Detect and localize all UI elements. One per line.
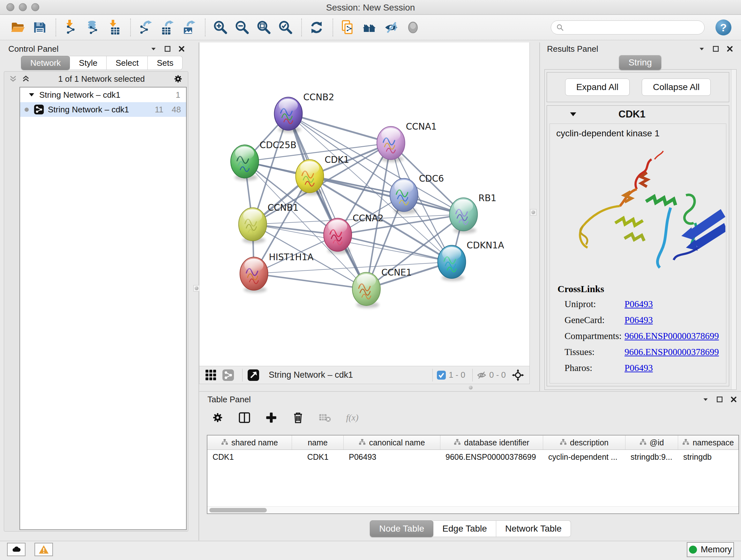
column-header-canonical-name[interactable]: canonical name xyxy=(344,435,441,449)
tab-network[interactable]: Network xyxy=(21,56,70,70)
tab-network-table[interactable]: Network Table xyxy=(496,520,571,537)
results-scrollbar[interactable] xyxy=(731,70,736,389)
table-row[interactable]: CDK1CDK1P064939606.ENSP00000378699cyclin… xyxy=(207,450,738,464)
close-panel-icon[interactable] xyxy=(178,45,186,53)
import-table-icon[interactable] xyxy=(106,19,123,36)
column-label: description xyxy=(570,438,609,447)
warning-icon[interactable] xyxy=(35,543,53,556)
network-tree-row[interactable]: String Network – cdk1 1 xyxy=(20,87,186,102)
hide-glyphs-icon[interactable] xyxy=(383,19,400,36)
column-header-database-identifier[interactable]: database identifier xyxy=(441,435,543,449)
column-header-name[interactable]: name xyxy=(292,435,344,449)
column-label: namespace xyxy=(692,438,734,447)
network-node-CCNB1[interactable]: CCNB1 xyxy=(239,202,299,243)
split-columns-icon[interactable] xyxy=(236,409,253,426)
crosslink-link[interactable]: P06493 xyxy=(624,315,653,325)
panel-menu-icon[interactable] xyxy=(701,395,710,403)
network-node-CCNB2[interactable]: CCNB2 xyxy=(274,92,334,133)
tree-expander-icon[interactable] xyxy=(28,91,35,98)
table-toolbar: f(x) xyxy=(200,405,741,427)
zoom-fit-icon[interactable] xyxy=(255,19,272,36)
panel-menu-icon[interactable] xyxy=(697,45,706,53)
close-panel-icon[interactable] xyxy=(726,45,734,53)
table-horizontal-scrollbar[interactable] xyxy=(207,506,738,513)
close-panel-icon[interactable] xyxy=(730,395,738,403)
horizontal-splitter-handle[interactable] xyxy=(468,384,474,391)
clone-network-icon[interactable] xyxy=(340,19,356,36)
zoom-in-icon[interactable] xyxy=(212,19,228,36)
crosslink-link[interactable]: 9606.ENSP00000378699 xyxy=(624,331,719,341)
import-network-icon[interactable] xyxy=(63,19,79,36)
column-header-description[interactable]: description xyxy=(543,435,625,449)
gene-entry-header[interactable]: CDK1 xyxy=(547,106,729,123)
network-canvas[interactable]: CCNB2 CCNA1 CDC25B xyxy=(199,43,530,366)
panel-menu-icon[interactable] xyxy=(149,45,158,53)
show-glyphs-icon[interactable] xyxy=(405,19,421,36)
tab-sets[interactable]: Sets xyxy=(148,56,183,70)
column-header-namespace[interactable]: namespace xyxy=(678,435,738,449)
crosslink-link[interactable]: 9606.ENSP00000378699 xyxy=(624,347,719,357)
crosslink-link[interactable]: P06493 xyxy=(624,363,653,373)
expand-all-button[interactable]: Expand All xyxy=(565,78,630,96)
table-panel: Table Panel f(x) shared namenamecanonica… xyxy=(200,392,741,541)
tab-edge-table[interactable]: Edge Table xyxy=(433,520,496,537)
export-network-icon[interactable] xyxy=(137,19,154,36)
column-header-shared-name[interactable]: shared name xyxy=(207,435,292,449)
selected-checkbox-icon[interactable] xyxy=(436,370,446,380)
export-image-icon[interactable] xyxy=(181,19,197,36)
network-node-CDC25B[interactable]: CDC25B xyxy=(231,140,296,181)
zoom-selected-icon[interactable] xyxy=(277,19,293,36)
collapse-all-icon[interactable] xyxy=(9,74,17,83)
tab-string[interactable]: String xyxy=(619,55,661,70)
expand-all-icon[interactable] xyxy=(21,74,30,83)
tab-style[interactable]: Style xyxy=(70,56,107,70)
table-cell: 9606.ENSP00000378699 xyxy=(441,450,543,464)
trash-icon[interactable] xyxy=(290,409,307,426)
memory-button[interactable]: Memory xyxy=(687,542,734,557)
save-icon[interactable] xyxy=(31,19,48,36)
control-panel-title: Control Panel xyxy=(8,44,59,54)
network-node-CCNE1[interactable]: CCNE1 xyxy=(352,267,412,308)
crosslink-link[interactable]: P06493 xyxy=(624,299,653,309)
toolbar-separator xyxy=(130,18,131,37)
network-node-CCNA1[interactable]: CCNA1 xyxy=(377,121,437,162)
horizontal-splitter[interactable] xyxy=(199,391,741,392)
open-icon[interactable] xyxy=(10,19,26,36)
table-scrollbar-thumb[interactable] xyxy=(209,508,267,512)
network-tree-row[interactable]: String Network – cdk1 11 48 xyxy=(20,102,186,117)
title-bar: Session: New Session xyxy=(0,0,741,15)
column-type-icon xyxy=(560,438,567,447)
home-icon[interactable] xyxy=(361,19,378,36)
table-cell: stringdb:9... xyxy=(625,450,678,464)
cloud-icon[interactable] xyxy=(7,543,25,556)
gene-description: cyclin-dependent kinase 1 xyxy=(550,124,726,138)
left-splitter-handle[interactable] xyxy=(193,285,200,292)
network-node-RB1[interactable]: RB1 xyxy=(449,193,496,234)
network-node-CCNA2[interactable]: CCNA2 xyxy=(324,213,384,254)
float-panel-icon[interactable] xyxy=(163,45,172,53)
add-column-icon[interactable] xyxy=(263,409,280,426)
collapse-all-button[interactable]: Collapse All xyxy=(642,78,711,96)
right-splitter-handle[interactable] xyxy=(530,209,536,215)
gear-icon[interactable] xyxy=(209,409,226,426)
export-table-icon[interactable] xyxy=(159,19,176,36)
gear-icon[interactable] xyxy=(173,73,184,84)
column-header--id[interactable]: @id xyxy=(625,435,678,449)
string-network-badge-icon[interactable] xyxy=(221,368,235,382)
grid-view-icon[interactable] xyxy=(204,368,218,382)
right-splitter[interactable] xyxy=(539,43,540,391)
network-node-CDKN1A[interactable]: CDKN1A xyxy=(438,240,504,281)
float-panel-icon[interactable] xyxy=(716,395,724,403)
zoom-out-icon[interactable] xyxy=(233,19,250,36)
tab-select[interactable]: Select xyxy=(107,56,148,70)
import-database-icon[interactable] xyxy=(84,19,101,36)
refresh-icon[interactable] xyxy=(308,19,325,36)
open-in-new-window-icon[interactable] xyxy=(246,368,260,382)
search-input[interactable] xyxy=(566,22,704,33)
tab-node-table[interactable]: Node Table xyxy=(370,520,433,537)
collapse-entry-icon[interactable] xyxy=(569,111,577,118)
float-panel-icon[interactable] xyxy=(712,45,720,53)
column-type-icon xyxy=(454,438,461,447)
fit-selected-crosshair-icon[interactable] xyxy=(511,368,525,382)
help-icon[interactable]: ? xyxy=(716,19,731,36)
